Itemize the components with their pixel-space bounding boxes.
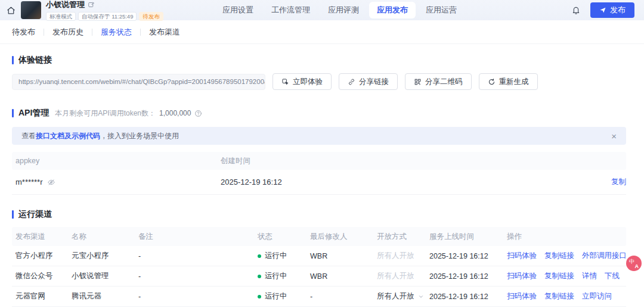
status-text: 运行中 bbox=[265, 251, 287, 261]
channel-row-wechat-official: 微信公众号 小钗说管理 - 运行中 WBR 所有人开放 2025-12-19 1… bbox=[12, 266, 626, 287]
appkey-value: m******r bbox=[16, 178, 43, 186]
refresh-icon bbox=[488, 78, 496, 86]
translate-widget-zh: 中 bbox=[629, 258, 634, 266]
experience-url-field[interactable]: https://yuanqi.tencent.com/webim/#/chat/… bbox=[12, 74, 265, 90]
link-icon bbox=[348, 78, 355, 86]
channels-table: 发布渠道 名称 备注 状态 最后修改人 开放方式 服务上线时间 操作 官方小程序… bbox=[12, 227, 626, 307]
channel-type: 微信公众号 bbox=[12, 271, 72, 281]
experience-link-title-text: 体验链接 bbox=[18, 55, 52, 66]
appkey-table-row: m******r 2025-12-19 16:12 复制 bbox=[12, 170, 626, 195]
tab-workflow-management[interactable]: 工作流管理 bbox=[264, 2, 318, 18]
copy-link-link[interactable]: 复制链接 bbox=[544, 251, 574, 261]
tab-app-settings[interactable]: 应用设置 bbox=[215, 2, 261, 18]
subnav-service-status[interactable]: 服务状态 bbox=[92, 27, 140, 38]
copy-appkey-link[interactable]: 复制 bbox=[590, 177, 626, 187]
col-access-mode: 开放方式 bbox=[377, 232, 429, 242]
translate-widget[interactable]: 中 A bbox=[626, 256, 642, 271]
visit-now-link[interactable]: 立即访问 bbox=[582, 291, 612, 301]
last-modifier: WBR bbox=[310, 252, 377, 260]
channels-table-header: 发布渠道 名称 备注 状态 最后修改人 开放方式 服务上线时间 操作 bbox=[12, 227, 626, 246]
qrcode-icon bbox=[414, 78, 422, 86]
top-bar: 小钗说管理 标准模式 自动保存于 11:25:49 待发布 应用设置 工作流管理… bbox=[0, 0, 644, 20]
status-text: 运行中 bbox=[265, 271, 287, 281]
channels-section-title: 运行渠道 bbox=[12, 209, 626, 220]
channel-name: 小钗说管理 bbox=[72, 271, 138, 281]
col-appkey: appkey bbox=[12, 157, 221, 165]
col-note: 备注 bbox=[138, 232, 258, 242]
external-api-link[interactable]: 外部调用接口 bbox=[582, 251, 627, 261]
mode-badge: 标准模式 bbox=[46, 12, 76, 21]
copy-link-link[interactable]: 复制链接 bbox=[544, 271, 574, 281]
eye-off-icon[interactable] bbox=[47, 178, 55, 186]
tab-app-evaluation[interactable]: 应用评测 bbox=[320, 2, 367, 18]
translate-widget-en: A bbox=[635, 263, 639, 269]
top-nav-tabs: 应用设置 工作流管理 应用评测 应用发布 应用运营 bbox=[215, 0, 465, 20]
col-name: 名称 bbox=[72, 232, 138, 242]
status-text: 运行中 bbox=[265, 291, 287, 301]
app-title-block: 小钗说管理 标准模式 自动保存于 11:25:49 待发布 bbox=[46, 0, 163, 21]
edit-title-icon[interactable] bbox=[88, 1, 95, 8]
take-offline-link[interactable]: 下线 bbox=[605, 271, 620, 281]
api-title-text: API管理 bbox=[18, 108, 49, 119]
publish-button-label: 发布 bbox=[610, 5, 626, 15]
autosave-badge: 自动保存于 11:25:49 bbox=[78, 12, 137, 21]
subnav-publish-history[interactable]: 发布历史 bbox=[44, 27, 92, 38]
app-avatar bbox=[21, 1, 41, 19]
try-now-button[interactable]: 立即体验 bbox=[273, 73, 332, 90]
online-time: 2025-12-19 16:12 bbox=[429, 272, 507, 281]
col-created-time: 创建时间 bbox=[221, 156, 590, 166]
regenerate-button[interactable]: 重新生成 bbox=[479, 73, 538, 90]
share-link-label: 分享链接 bbox=[359, 77, 389, 87]
channel-note: - bbox=[138, 272, 258, 281]
col-publish-channel: 发布渠道 bbox=[12, 232, 72, 242]
quota-label: 本月剩余可用API调用token数： bbox=[55, 108, 156, 119]
banner-prefix: 查看 bbox=[21, 131, 36, 141]
col-last-modifier: 最后修改人 bbox=[310, 232, 377, 242]
channel-note: - bbox=[138, 252, 258, 260]
tab-app-publish[interactable]: 应用发布 bbox=[369, 2, 416, 18]
last-modifier: WBR bbox=[310, 272, 377, 281]
channel-name: 腾讯元器 bbox=[72, 291, 138, 301]
quota-value: 1,000,000 bbox=[159, 109, 191, 117]
col-status: 状态 bbox=[258, 232, 310, 242]
appkey-created-time: 2025-12-19 16:12 bbox=[221, 178, 590, 186]
appkey-table-header: appkey 创建时间 bbox=[12, 152, 626, 170]
publish-status-badge: 待发布 bbox=[139, 12, 163, 21]
scan-qr-experience-link[interactable]: 扫码体验 bbox=[507, 291, 537, 301]
copy-link-link[interactable]: 复制链接 bbox=[544, 291, 574, 301]
help-question-icon[interactable] bbox=[194, 110, 202, 117]
regenerate-label: 重新生成 bbox=[499, 77, 529, 87]
chevron-down-icon bbox=[418, 294, 424, 300]
banner-suffix: ，接入到业务场景中使用 bbox=[100, 131, 179, 141]
scan-qr-experience-link[interactable]: 扫码体验 bbox=[507, 271, 537, 281]
channel-row-official-miniprogram: 官方小程序 元宝小程序 - 运行中 WBR 所有人开放 2025-12-19 1… bbox=[12, 246, 626, 266]
status-dot bbox=[258, 275, 261, 278]
share-qrcode-button[interactable]: 分享二维码 bbox=[405, 73, 472, 90]
status-dot bbox=[258, 295, 261, 298]
appkey-table: appkey 创建时间 m******r 2025-12-19 16:12 复制 bbox=[12, 152, 626, 195]
notification-bell-icon[interactable] bbox=[571, 5, 581, 15]
title-accent-bar bbox=[12, 56, 14, 64]
col-actions: 操作 bbox=[507, 232, 626, 242]
api-docs-link[interactable]: 接口文档及示例代码 bbox=[36, 131, 100, 141]
details-link[interactable]: 详情 bbox=[582, 271, 597, 281]
share-link-button[interactable]: 分享链接 bbox=[339, 73, 398, 90]
app-title: 小钗说管理 bbox=[46, 0, 85, 10]
api-docs-banner: 查看 接口文档及示例代码 ，接入到业务场景中使用 × bbox=[12, 127, 626, 145]
api-section-title: API管理 bbox=[12, 108, 49, 119]
access-mode: 所有人开放 bbox=[377, 271, 429, 281]
scan-qr-experience-link[interactable]: 扫码体验 bbox=[507, 251, 537, 261]
banner-close-icon[interactable]: × bbox=[611, 132, 617, 141]
tab-app-operation[interactable]: 应用运营 bbox=[418, 2, 465, 18]
subnav-publish-channels[interactable]: 发布渠道 bbox=[141, 27, 188, 38]
access-mode-dropdown[interactable]: 所有人开放 bbox=[377, 291, 429, 301]
publish-subnav: 待发布 发布历史 服务状态 发布渠道 bbox=[0, 20, 644, 44]
try-now-label: 立即体验 bbox=[293, 77, 323, 87]
publish-button[interactable]: 发布 bbox=[590, 2, 634, 18]
channel-name: 元宝小程序 bbox=[72, 251, 138, 261]
subnav-pending-publish[interactable]: 待发布 bbox=[12, 27, 44, 38]
home-icon[interactable] bbox=[6, 5, 16, 15]
col-online-time: 服务上线时间 bbox=[429, 232, 507, 242]
experience-link-section-title: 体验链接 bbox=[12, 55, 626, 66]
api-token-quota: 本月剩余可用API调用token数： 1,000,000 bbox=[55, 108, 202, 119]
